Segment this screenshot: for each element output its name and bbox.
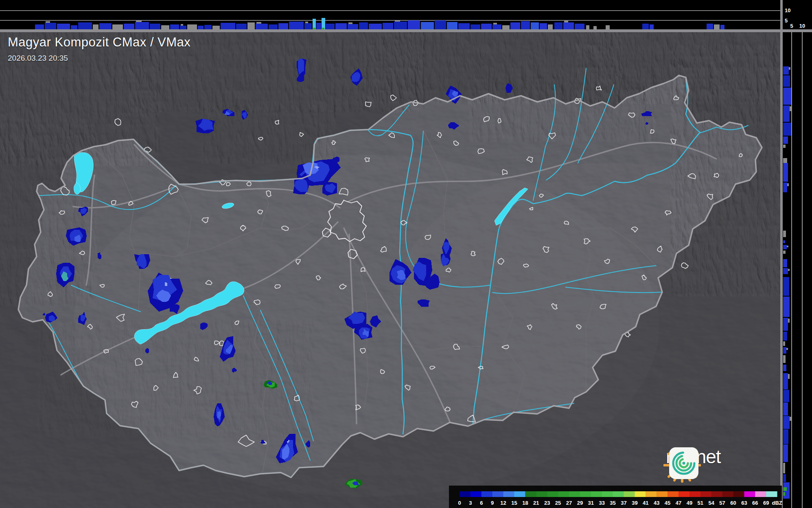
svg-text:43: 43 — [654, 500, 659, 506]
svg-text:31: 31 — [588, 500, 594, 506]
svg-text:10: 10 — [799, 23, 805, 29]
svg-text:25: 25 — [555, 500, 561, 506]
metnet-app-icon — [668, 446, 700, 481]
metnet-logo: metnet — [663, 446, 721, 468]
svg-text:41: 41 — [643, 500, 648, 506]
timestamp: 2026.03.23 20:35 — [8, 54, 190, 63]
svg-text:69: 69 — [763, 500, 769, 506]
svg-text:45: 45 — [665, 500, 670, 506]
svg-text:18: 18 — [522, 500, 528, 506]
radar-page: 105510 036912151821232527293133353739414… — [0, 0, 812, 508]
svg-text:37: 37 — [621, 500, 626, 506]
radar-map-canvas: 105510 036912151821232527293133353739414… — [0, 0, 812, 508]
svg-text:39: 39 — [632, 500, 637, 506]
svg-text:47: 47 — [676, 500, 681, 506]
svg-text:6: 6 — [480, 500, 483, 506]
svg-text:57: 57 — [719, 500, 725, 506]
svg-text:0: 0 — [458, 500, 461, 506]
svg-text:35: 35 — [610, 500, 615, 506]
svg-text:33: 33 — [599, 500, 604, 506]
svg-text:23: 23 — [544, 500, 550, 506]
svg-text:29: 29 — [577, 500, 583, 506]
dbz-colorbar: 0369121518212325272931333537394143454749… — [449, 486, 782, 508]
svg-text:10: 10 — [785, 7, 790, 13]
svg-text:5: 5 — [790, 23, 793, 29]
header: Magyar Kompozit CMax / VMax 2026.03.23 2… — [8, 35, 190, 63]
svg-text:51: 51 — [698, 500, 703, 506]
svg-text:49: 49 — [687, 500, 692, 506]
svg-text:3: 3 — [469, 500, 472, 506]
svg-text:21: 21 — [533, 500, 539, 506]
svg-text:27: 27 — [566, 500, 572, 506]
svg-text:63: 63 — [741, 500, 747, 506]
svg-text:66: 66 — [752, 500, 758, 506]
svg-text:60: 60 — [730, 500, 736, 506]
svg-text:15: 15 — [511, 500, 517, 506]
svg-text:5: 5 — [785, 18, 788, 24]
map-right-divider — [780, 0, 783, 508]
map-top-divider — [0, 29, 812, 32]
svg-text:9: 9 — [491, 500, 494, 506]
svg-text:54: 54 — [708, 500, 714, 506]
svg-text:12: 12 — [500, 500, 506, 506]
svg-text:dBZ: dBZ — [772, 500, 782, 506]
page-title: Magyar Kompozit CMax / VMax — [8, 35, 190, 50]
map-area — [0, 20, 812, 508]
